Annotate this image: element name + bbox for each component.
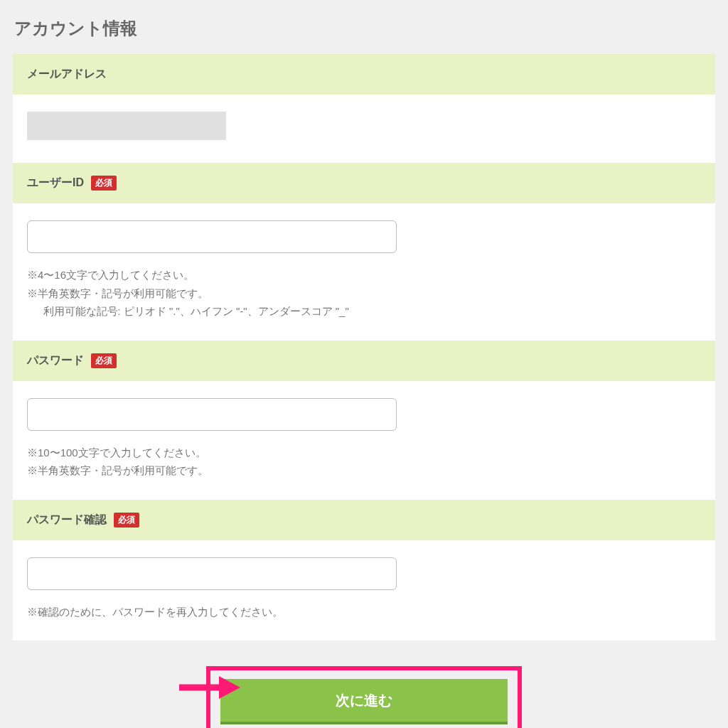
password-confirm-help-line1: ※確認のために、パスワードを再入力してください。 [27,603,701,621]
required-badge: 必須 [114,513,139,528]
email-value [27,112,226,140]
password-section-body: ※10〜100文字で入力してください。 ※半角英数字・記号が利用可能です。 [13,381,715,500]
required-badge: 必須 [91,176,117,191]
user-id-section-body: ※4〜16文字で入力してください。 ※半角英数字・記号が利用可能です。 利用可能… [13,203,715,341]
password-help-line2: ※半角英数字・記号が利用可能です。 [27,461,701,480]
user-id-help-line3: 利用可能な記号: ピリオド "."、ハイフン "-"、アンダースコア "_" [27,302,701,321]
email-section-body [13,95,715,163]
page-title: アカウント情報 [0,0,728,54]
password-help: ※10〜100文字で入力してください。 ※半角英数字・記号が利用可能です。 [27,444,701,480]
submit-highlight: 次に進む [206,666,522,728]
password-confirm-help: ※確認のために、パスワードを再入力してください。 [27,603,701,621]
password-label: パスワード [27,353,84,368]
required-badge: 必須 [91,353,117,368]
user-id-label: ユーザーID [27,176,84,191]
password-confirm-section-header: パスワード確認 必須 [13,500,715,540]
next-button[interactable]: 次に進む [220,679,508,724]
password-confirm-label: パスワード確認 [27,513,107,528]
password-help-line1: ※10〜100文字で入力してください。 [27,444,701,462]
user-id-help-line1: ※4〜16文字で入力してください。 [27,266,701,284]
email-section-header: メールアドレス [13,54,715,95]
password-confirm-section-body: ※確認のために、パスワードを再入力してください。 [13,540,715,641]
user-id-section-header: ユーザーID 必須 [13,163,715,203]
account-form: メールアドレス ユーザーID 必須 ※4〜16文字で入力してください。 ※半角英… [13,54,715,641]
arrow-right-icon [176,673,240,705]
email-label: メールアドレス [27,67,107,82]
password-section-header: パスワード 必須 [13,341,715,381]
user-id-help: ※4〜16文字で入力してください。 ※半角英数字・記号が利用可能です。 利用可能… [27,266,701,321]
submit-row: 次に進む [0,641,728,728]
svg-marker-1 [219,676,240,699]
user-id-help-line2: ※半角英数字・記号が利用可能です。 [27,284,701,303]
user-id-input[interactable] [27,220,397,253]
password-confirm-input[interactable] [27,557,397,590]
password-input[interactable] [27,398,397,431]
next-button-label: 次に進む [336,691,392,710]
